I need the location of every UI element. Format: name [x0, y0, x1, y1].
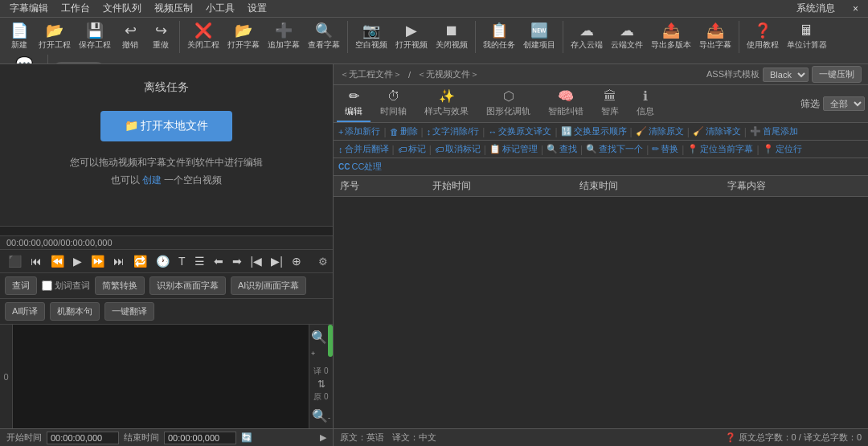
tab-style-effects[interactable]: ✨ 样式与效果 [416, 85, 477, 122]
filter-select[interactable]: 全部 [823, 96, 865, 111]
next-sub-btn[interactable]: ▶| [268, 253, 286, 269]
clear-line-btn[interactable]: ↕ 文字消除/行 [427, 125, 480, 137]
locate-label: 定位当前字幕 [700, 143, 753, 155]
find-btn[interactable]: 🔍 查找 [547, 143, 577, 155]
cloud-files-label: 云端文件 [611, 39, 643, 51]
ass-style-select[interactable]: Black [763, 68, 809, 82]
settings-icon[interactable]: ⚙ [318, 256, 328, 268]
simp-trad-btn[interactable]: 简繁转换 [95, 276, 145, 295]
open-local-file-button[interactable]: 📁 打开本地文件 [100, 111, 233, 141]
mark-btn[interactable]: 🏷 标记 [398, 143, 426, 155]
ai-ocr-btn[interactable]: AI识别画面字幕 [231, 276, 306, 295]
align-right-btn[interactable]: ➡ [229, 253, 245, 269]
merge-translate-btn[interactable]: ↕ 合并后翻译 [338, 143, 389, 155]
toolbar-upload-cloud[interactable]: ☁ 存入云端 [567, 22, 606, 52]
open-project-label: 打开工程 [39, 39, 71, 51]
one-click-translate-btn[interactable]: 一键翻译 [104, 302, 154, 321]
tab-smart-check[interactable]: 🧠 智能纠错 [540, 85, 592, 122]
fast-forward-button[interactable]: ⏩ [88, 253, 108, 269]
append-subtitle-icon: ➕ [275, 23, 293, 38]
ocr-current-btn[interactable]: 识别本画面字幕 [149, 276, 226, 295]
menu-file-queue[interactable]: 文件队列 [96, 0, 148, 17]
delete-btn[interactable]: 🗑 删除 [390, 125, 418, 137]
redo-label: 重做 [153, 39, 169, 51]
toolbar-redo[interactable]: ↪ 重做 [146, 22, 175, 52]
tab-library[interactable]: 🏛 智库 [593, 86, 627, 122]
speed-button[interactable]: 🕐 [153, 253, 173, 269]
word-select-checkbox[interactable] [42, 280, 52, 291]
ai-listen-translate-btn[interactable]: AI听译 [5, 302, 45, 321]
toolbar-open-project[interactable]: 📂 打开工程 [35, 22, 74, 52]
one-click-compress-button[interactable]: 一键压制 [812, 66, 862, 83]
close-icon[interactable]: × [846, 2, 865, 16]
tab-info[interactable]: ℹ 信息 [628, 85, 662, 122]
toolbar-blank-video[interactable]: 📷 空白视频 [352, 22, 391, 52]
tab-timeline[interactable]: ⏱ 时间轴 [372, 86, 415, 122]
create-blank-link[interactable]: 创建 [142, 174, 162, 186]
toolbar-tutorial[interactable]: ❓ 使用教程 [743, 22, 782, 52]
loop-button[interactable]: 🔁 [130, 253, 150, 269]
head-tail-add-btn[interactable]: ➕ 首尾添加 [750, 125, 798, 137]
list-btn[interactable]: ☰ [191, 253, 208, 269]
stop-button[interactable]: ⬛ [5, 253, 25, 269]
locate-row-btn[interactable]: 📍 定位行 [763, 143, 802, 155]
toolbar-open-subtitle[interactable]: 📂 打开字幕 [224, 22, 263, 52]
toolbar-open-video[interactable]: ▶ 打开视频 [392, 22, 431, 52]
toolbar-cloud-files[interactable]: ☁ 云端文件 [608, 22, 646, 52]
cc-label: CC处理 [351, 161, 382, 173]
zoom-out-icon[interactable]: 🔍- [312, 408, 330, 423]
cc-process-btn[interactable]: CC CC处理 [338, 161, 382, 173]
clear-trans-btn[interactable]: 🧹 清除译文 [693, 125, 741, 137]
timeline-area[interactable] [0, 226, 333, 235]
play-button[interactable]: ▶ [70, 253, 85, 269]
table-header: 序号 开始时间 结束时间 字幕内容 [334, 176, 868, 197]
toolbar-close-video[interactable]: ⏹ 关闭视频 [432, 22, 471, 52]
swap-text-btn[interactable]: ↔ 交换原文译文 [488, 125, 551, 137]
end-time-input[interactable] [164, 432, 236, 444]
next-frame-button[interactable]: ⏭ [110, 253, 128, 269]
toolbar-undo[interactable]: ↩ 撤销 [116, 22, 145, 52]
swap-order-btn[interactable]: 🔢 交换显示顺序 [561, 125, 627, 137]
tab-edit[interactable]: ✏ 编辑 [337, 85, 371, 122]
replace-btn[interactable]: ✏ 替换 [652, 143, 678, 155]
mark-manage-btn[interactable]: 📋 标记管理 [489, 143, 538, 155]
toolbar-save-project[interactable]: 💾 保存工程 [76, 22, 114, 52]
toolbar-create-project[interactable]: 🆕 创建项目 [520, 22, 559, 52]
toolbar-export-subtitle[interactable]: 📤 导出字幕 [696, 22, 735, 52]
toolbar-export-versions[interactable]: 📤 导出多版本 [648, 22, 694, 52]
prev-sub-btn[interactable]: |◀ [248, 253, 266, 269]
col-end-time: 结束时间 [573, 176, 720, 197]
upload-cloud-label: 存入云端 [571, 39, 603, 51]
swap-icon[interactable]: ⇅ [317, 378, 326, 390]
menu-workbench[interactable]: 工作台 [55, 0, 96, 17]
toolbar-calculator[interactable]: 🖩 单位计算器 [784, 22, 830, 52]
toolbar-my-tasks[interactable]: 📋 我的任务 [480, 22, 518, 52]
clear-source-btn[interactable]: 🧹 清除原文 [636, 125, 684, 137]
lookup-word-button[interactable]: 查词 [5, 276, 37, 295]
sep12: | [580, 144, 583, 155]
menu-video-compress[interactable]: 视频压制 [148, 0, 199, 17]
toolbar-append-subtitle[interactable]: ➕ 追加字幕 [264, 22, 303, 52]
toolbar-new[interactable]: 📄 新建 [5, 22, 34, 52]
align-left-btn[interactable]: ⬅ [211, 253, 227, 269]
toolbar-online-support[interactable]: 💬 在线客服 [5, 55, 43, 64]
menu-subtitle-edit[interactable]: 字幕编辑 [3, 0, 55, 17]
crosshair-btn[interactable]: ⊕ [289, 253, 305, 269]
locate-sub-btn[interactable]: 📍 定位当前字幕 [687, 143, 753, 155]
find-next-btn[interactable]: 🔍 查找下一个 [586, 143, 643, 155]
refresh-icon[interactable]: 🔄 [241, 432, 252, 443]
start-time-input[interactable] [47, 432, 119, 444]
machine-translate-btn[interactable]: 机翻本句 [50, 302, 100, 321]
graphic-tab-icon: ⬡ [503, 88, 514, 104]
rewind-button[interactable]: ⏪ [47, 253, 68, 269]
menu-tools[interactable]: 小工具 [199, 0, 241, 17]
menu-settings[interactable]: 设置 [241, 0, 273, 17]
tab-graphic-track[interactable]: ⬡ 图形化调轨 [478, 85, 538, 122]
prev-frame-button[interactable]: ⏮ [27, 253, 45, 269]
text-btn1[interactable]: T [175, 253, 189, 269]
toolbar-view-subtitle[interactable]: 🔍 查看字幕 [305, 22, 343, 52]
add-row-btn[interactable]: + 添加新行 [338, 125, 380, 137]
toolbar-close-project[interactable]: ❌ 关闭工程 [184, 22, 223, 52]
unmark-btn[interactable]: 🏷 取消标记 [435, 143, 481, 155]
right-arrow-icon[interactable]: ▶ [320, 432, 326, 443]
